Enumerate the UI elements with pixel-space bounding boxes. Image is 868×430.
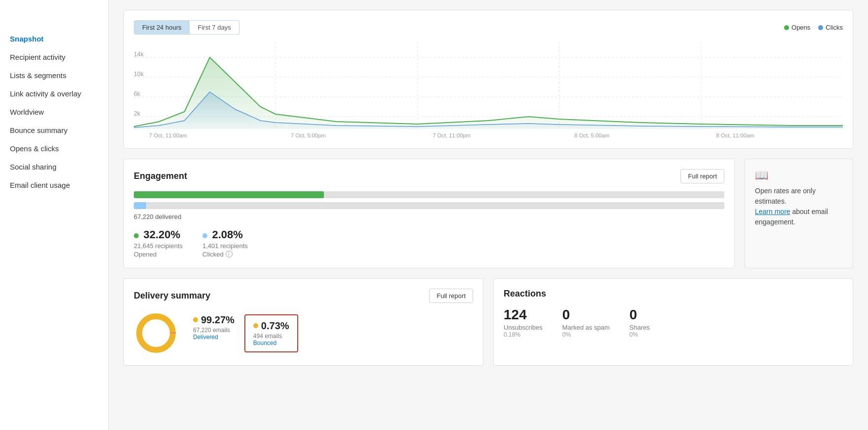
legend-clicks: Clicks xyxy=(818,24,843,31)
book-icon: 📖 xyxy=(755,169,768,182)
sidebar-item-email-client[interactable]: Email client usage xyxy=(0,176,108,194)
reactions-card: Reactions 124 Unsubscribes 0.18% 0 Marke… xyxy=(493,278,853,366)
opens-bar-fill xyxy=(134,191,324,198)
clicks-stat: 2.08% 1,401 recipients Clicked i xyxy=(202,228,248,258)
sidebar-item-bounce-summary[interactable]: Bounce summary xyxy=(0,121,108,139)
engagement-header: Engagement Full report xyxy=(134,169,724,183)
unsubscribes-stat: 124 Unsubscribes 0.18% xyxy=(504,307,543,338)
spam-value: 0 xyxy=(562,307,610,323)
delivery-card: Delivery summary Full report 99 xyxy=(123,278,483,366)
sidebar-item-opens-clicks[interactable]: Opens & clicks xyxy=(0,139,108,158)
bounced-stat: 0.73% 494 emails Bounced xyxy=(244,314,298,352)
delivered-emails: 67,220 emails xyxy=(193,327,235,334)
sidebar-item-link-activity[interactable]: Link activity & overlay xyxy=(0,85,108,103)
shares-stat: 0 Shares 0% xyxy=(630,307,650,338)
engagement-title: Engagement xyxy=(134,171,187,181)
tab-first-7-days[interactable]: First 7 days xyxy=(190,20,239,35)
click-info-icon[interactable]: i xyxy=(226,251,233,258)
clicks-bar-wrap xyxy=(134,202,724,209)
tab-first-24-hours[interactable]: First 24 hours xyxy=(134,20,190,35)
reactions-stats: 124 Unsubscribes 0.18% 0 Marked as spam … xyxy=(504,307,843,338)
delivered-stat: 99.27% 67,220 emails Delivered xyxy=(193,314,235,341)
unsubscribes-label: Unsubscribes xyxy=(504,324,543,331)
click-rate-value: 2.08% xyxy=(212,228,242,241)
svg-text:7 Oct, 11:00pm: 7 Oct, 11:00pm xyxy=(433,132,471,138)
opens-stat-dot xyxy=(134,233,139,238)
spam-label: Marked as spam xyxy=(562,324,610,331)
legend-opens: Opens xyxy=(784,24,810,31)
svg-text:6k: 6k xyxy=(134,90,141,97)
delivery-title: Delivery summary xyxy=(134,291,210,301)
sidebar-item-social-sharing[interactable]: Social sharing xyxy=(0,158,108,176)
bounced-dot xyxy=(253,323,258,328)
unsubscribes-pct: 0.18% xyxy=(504,331,543,338)
spam-stat: 0 Marked as spam 0% xyxy=(562,307,610,338)
svg-text:14k: 14k xyxy=(134,51,144,58)
shares-pct: 0% xyxy=(630,331,650,338)
delivered-dot xyxy=(193,317,198,322)
delivery-reactions-row: Delivery summary Full report 99 xyxy=(123,278,853,366)
sidebar-item-worldview[interactable]: Worldview xyxy=(0,103,108,121)
engagement-row: Engagement Full report 67,220 delivered xyxy=(123,159,853,268)
clicks-bar-fill xyxy=(134,202,146,209)
chart-area: 14k 10k 6k 2k 7 Oct, 11:00am 7 Oct, 5:00… xyxy=(134,43,843,143)
click-recipients: 1,401 recipients xyxy=(202,242,248,250)
opens-bar-bg xyxy=(134,191,724,198)
open-recipients: 21,645 recipients xyxy=(134,242,183,250)
delivered-pct: 99.27% xyxy=(201,314,235,326)
opens-dot xyxy=(784,25,789,30)
learn-more-link[interactable]: Learn more xyxy=(755,208,790,215)
shares-label: Shares xyxy=(630,324,650,331)
svg-text:10k: 10k xyxy=(134,71,144,78)
chart-container: First 24 hours First 7 days Opens Clicks xyxy=(123,10,853,149)
delivery-stats: 99.27% 67,220 emails Delivered 0.73% 494… xyxy=(193,314,298,352)
unsubscribes-value: 124 xyxy=(504,307,543,323)
svg-text:7 Oct, 5:00pm: 7 Oct, 5:00pm xyxy=(291,132,326,138)
reactions-title: Reactions xyxy=(504,289,546,299)
delivery-full-report-btn[interactable]: Full report xyxy=(429,289,473,303)
svg-text:8 Oct, 11:00am: 8 Oct, 11:00am xyxy=(716,132,754,138)
sidebar-item-snapshot[interactable]: Snapshot xyxy=(0,30,108,48)
open-label: Opened xyxy=(134,251,183,258)
sidebar-item-lists-segments[interactable]: Lists & segments xyxy=(0,66,108,85)
chart-tabs-row: First 24 hours First 7 days Opens Clicks xyxy=(134,20,843,35)
open-rate-value: 32.20% xyxy=(143,228,180,241)
svg-text:7 Oct, 11:00am: 7 Oct, 11:00am xyxy=(149,132,187,138)
opens-bar-wrap xyxy=(134,191,724,198)
bounced-emails: 494 emails xyxy=(253,333,289,340)
delivered-label-text: Delivered xyxy=(193,334,235,341)
engagement-stats: 32.20% 21,645 recipients Opened 2.08% 1,… xyxy=(134,228,724,258)
delivery-header: Delivery summary Full report xyxy=(134,289,473,303)
bounced-pct: 0.73% xyxy=(261,320,289,332)
svg-point-17 xyxy=(139,316,173,350)
chart-legend: Opens Clicks xyxy=(784,24,843,31)
donut-chart xyxy=(134,311,178,355)
sidebar-item-recipient-activity[interactable]: Recipient activity xyxy=(0,48,108,66)
notice-box: 📖 Open rates are only estimates. Learn m… xyxy=(745,159,853,268)
svg-text:8 Oct, 5:00am: 8 Oct, 5:00am xyxy=(574,132,609,138)
opens-stat: 32.20% 21,645 recipients Opened xyxy=(134,228,183,258)
svg-text:2k: 2k xyxy=(134,110,141,117)
shares-value: 0 xyxy=(630,307,650,323)
engagement-card: Engagement Full report 67,220 delivered xyxy=(123,159,735,268)
engagement-full-report-btn[interactable]: Full report xyxy=(680,169,724,183)
bounced-label-text: Bounced xyxy=(253,340,289,346)
notice-text: Open rates are only estimates. xyxy=(755,187,816,205)
delivered-label: 67,220 delivered xyxy=(134,213,724,220)
clicks-stat-dot xyxy=(202,233,207,238)
delivery-inner: 99.27% 67,220 emails Delivered 0.73% 494… xyxy=(134,311,473,355)
main-content: First 24 hours First 7 days Opens Clicks xyxy=(109,0,868,430)
click-label: Clicked xyxy=(202,251,224,258)
sidebar: Snapshot Recipient activity Lists & segm… xyxy=(0,0,109,430)
spam-pct: 0% xyxy=(562,331,610,338)
clicks-bar-bg xyxy=(134,202,724,209)
reactions-header: Reactions xyxy=(504,289,843,299)
chart-tab-group: First 24 hours First 7 days xyxy=(134,20,239,35)
clicks-dot xyxy=(818,25,823,30)
